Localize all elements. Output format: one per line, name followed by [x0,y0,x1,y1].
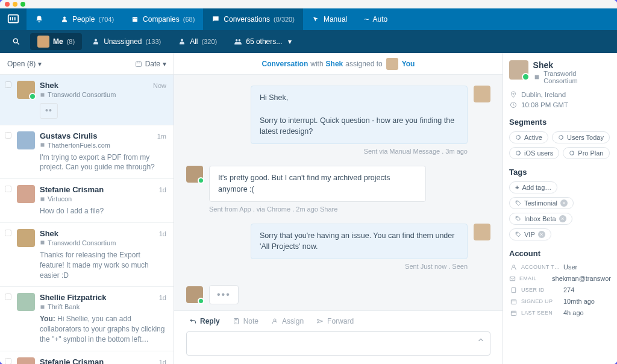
search-button[interactable] [5,30,28,53]
nav-companies[interactable]: Companies (68) [122,8,203,30]
chevron-down-icon: ▾ [163,60,166,68]
account-list: ACCOUNT T…UserEMAILshekman@transworUSER … [509,263,611,317]
conv-checkbox[interactable] [5,185,12,216]
building-icon [131,15,139,24]
conversation-item[interactable]: ShekNowTransworld Consortium•• [0,75,174,125]
svg-point-20 [513,93,514,95]
profile-panel: Shek Transworld Consortium Dublin, Irela… [503,53,617,364]
segment-chip[interactable]: Pro Plan [563,147,609,159]
search-icon [12,37,20,46]
composer-tab-forward-label: Forward [327,317,354,325]
message-avatar [474,224,490,240]
sort-date-dropdown[interactable]: Date ▾ [134,60,166,68]
minimize-window-dot[interactable] [13,2,17,7]
filter-open-dropdown[interactable]: Open (8) ▾ [7,60,42,68]
conversation-item[interactable]: Stefanie Crisman1dVirtuconHow do I add a… [0,179,174,223]
person-icon [60,15,69,24]
remove-tag-icon[interactable]: × [560,199,568,207]
composer-tab-reply-label: Reply [200,317,220,325]
maximize-window-dot[interactable] [20,2,25,7]
app-logo[interactable] [0,8,27,30]
segments-list: ActiveUsers TodayiOS usersPro Plan [509,131,611,159]
remove-tag-icon[interactable]: × [559,215,566,222]
conv-time: 1d [159,186,166,193]
conversation-item[interactable]: Gustavs Cirulis1mThathertonFuels.comI'm … [0,125,174,180]
conv-checkbox[interactable] [5,81,12,119]
account-row-type: ACCOUNT T…User [509,263,611,271]
conversation-list: ShekNowTransworld Consortium••Gustavs Ci… [0,75,174,364]
account-label: ACCOUNT T… [521,264,560,270]
svg-rect-4 [136,18,137,19]
lastSeen-icon [509,309,518,317]
conv-checkbox[interactable] [5,131,12,173]
composer-input[interactable] [186,331,490,356]
composer: Reply Note Assign Forward [174,310,503,364]
chat-icon [211,15,220,24]
composer-tabs: Reply Note Assign Forward [186,311,490,331]
conv-time: 1d [159,230,166,237]
svg-point-1 [63,17,66,19]
remove-tag-icon[interactable]: × [538,231,545,238]
svg-rect-32 [511,300,516,304]
conversation-item[interactable]: Shellie Fitzpatrick1dThrift BankYou: Hi … [0,287,174,351]
conv-time: Now [153,82,166,89]
filter-me[interactable]: Me (8) [30,33,82,50]
tags-title: Tags [509,168,611,177]
message-meta: Sent from App . via Chrome . 2m ago Shar… [186,206,490,213]
conv-checkbox[interactable] [5,357,12,364]
nav-people-count: (704) [98,16,114,23]
profile-avatar[interactable] [509,60,528,80]
filter-others-label: 65 others... [246,37,282,46]
conversation-panel: Conversation with Shek assigned to You H… [174,53,503,364]
add-tag-chip[interactable]: +Add tag… [509,181,557,193]
tag-chip[interactable]: Testimonial× [509,197,574,209]
composer-tab-note-label: Note [243,317,258,325]
segment-chip[interactable]: iOS users [509,147,559,159]
conv-avatar [17,185,35,203]
composer-tab-note[interactable]: Note [232,317,258,325]
notifications-button[interactable] [27,8,52,30]
tag-chip[interactable]: VIP× [509,228,551,240]
composer-expand-button[interactable] [477,336,485,344]
svg-rect-15 [41,305,45,309]
header-conversation-link[interactable]: Conversation [262,60,308,68]
tag-chip[interactable]: Inbox Beta× [509,213,572,225]
svg-point-27 [517,218,518,218]
filter-all[interactable]: All (320) [171,30,224,53]
svg-rect-13 [41,197,45,201]
conv-checkbox[interactable] [5,293,12,344]
header-person-link[interactable]: Shek [326,60,343,68]
conversation-item[interactable]: Shek1dTransworld ConsortiumThanks for re… [0,223,174,287]
message-avatar [186,166,203,183]
close-window-dot[interactable] [5,2,10,7]
nav-people[interactable]: People (704) [52,8,122,30]
nav-conversations[interactable]: Conversations (8/320) [203,8,303,30]
conv-checkbox[interactable] [5,229,12,280]
sort-date-label: Date [145,60,160,68]
conv-name: Shellie Fitzpatrick [40,293,107,302]
conv-org: Transworld Consortium [40,91,166,98]
segment-chip[interactable]: Active [509,131,548,143]
svg-point-6 [95,39,97,42]
composer-tab-forward[interactable]: Forward [316,317,354,325]
nav-people-label: People [72,15,95,24]
person-icon [178,37,186,46]
nav-manual[interactable]: Manual [303,8,355,30]
composer-tab-assign[interactable]: Assign [271,317,304,325]
composer-tab-assign-label: Assign [282,317,304,325]
chevron-down-icon: ▾ [286,37,294,46]
composer-tab-reply[interactable]: Reply [189,317,220,325]
nav-companies-count: (68) [183,16,195,23]
typing-indicator-row: ••• [174,285,503,310]
filter-unassigned[interactable]: Unassigned (133) [84,30,168,53]
header-you-link[interactable]: You [402,60,415,68]
conversation-item[interactable]: Stefanie Crisman1dVirtuconAwesome! I'll … [0,351,174,364]
conv-name: Shek [40,229,58,238]
conv-name: Stefanie Crisman [40,357,104,364]
segment-chip[interactable]: Users Today [552,131,610,143]
nav-auto[interactable]: ~ Auto [355,8,396,30]
filter-others[interactable]: 65 others... ▾ [227,30,301,53]
note-icon [232,317,240,325]
me-avatar [37,36,49,48]
conv-preview: Thanks for releasing the Export feature!… [40,250,166,280]
